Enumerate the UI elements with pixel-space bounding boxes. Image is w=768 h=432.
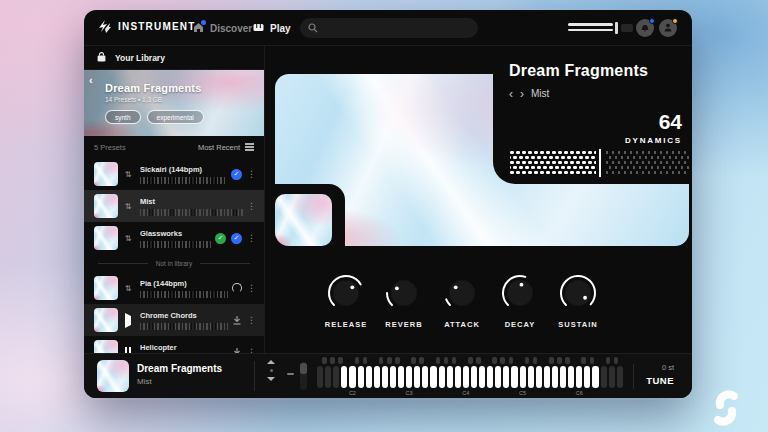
dynamics-slider-cursor[interactable] [599, 149, 601, 177]
piano-key[interactable] [568, 366, 574, 388]
tune-button[interactable]: TUNE [639, 375, 674, 386]
piano-key[interactable] [536, 366, 542, 388]
black-key[interactable] [581, 357, 586, 364]
piano-key[interactable] [487, 366, 493, 388]
black-key[interactable] [509, 357, 514, 364]
tag-synth[interactable]: synth [105, 110, 141, 124]
knob-dial[interactable] [498, 271, 542, 315]
black-key[interactable] [411, 357, 416, 364]
black-key[interactable] [525, 357, 530, 364]
knob-sustain[interactable]: SUSTAIN [556, 271, 600, 329]
preset-row[interactable]: ⇅Mist⋮ [84, 190, 264, 222]
preset-row[interactable]: ⇅Pia (144bpm)⋮ [84, 272, 264, 304]
search-input[interactable] [300, 18, 478, 38]
prev-preset-button[interactable]: ‹ [509, 89, 513, 99]
piano-key[interactable] [341, 366, 347, 388]
piano-key[interactable] [584, 366, 590, 388]
piano-key[interactable] [430, 366, 436, 388]
piano-key[interactable] [609, 366, 615, 388]
knob-dial[interactable] [556, 271, 600, 315]
pack-card[interactable]: ‹ Dream Fragments 14 Presets • 1.3 GB sy… [84, 70, 265, 136]
black-key[interactable] [419, 357, 424, 364]
piano-key[interactable] [398, 366, 404, 388]
black-key[interactable] [476, 357, 481, 364]
piano-key[interactable] [471, 366, 477, 388]
preset-row[interactable]: ⇅Sickairi (144bpm)✓⋮ [84, 158, 264, 190]
sort-control[interactable]: Most Recent [198, 142, 254, 153]
more-options-icon[interactable]: ⋮ [247, 202, 256, 211]
octave-up-button[interactable] [267, 360, 275, 364]
black-key[interactable] [533, 357, 538, 364]
piano-key[interactable] [592, 366, 598, 388]
black-key[interactable] [500, 357, 505, 364]
black-key[interactable] [549, 357, 554, 364]
piano-key[interactable] [406, 366, 412, 388]
profile-button[interactable] [659, 19, 677, 37]
piano-key[interactable] [576, 366, 582, 388]
piano-key[interactable] [479, 366, 485, 388]
notifications-button[interactable] [636, 19, 654, 37]
piano-key[interactable] [528, 366, 534, 388]
black-key[interactable] [436, 357, 441, 364]
knob-dial[interactable] [382, 271, 426, 315]
knob-reverb[interactable]: REVERB [382, 271, 426, 329]
piano-key[interactable] [325, 366, 331, 388]
next-preset-button[interactable]: › [520, 89, 524, 99]
black-key[interactable] [452, 357, 457, 364]
piano-key[interactable] [560, 366, 566, 388]
piano-key[interactable] [463, 366, 469, 388]
piano-key[interactable] [358, 366, 364, 388]
tab-discover[interactable]: Discover [193, 10, 252, 46]
piano-key[interactable] [617, 366, 623, 388]
octave-down-button[interactable] [267, 377, 275, 381]
mini-fader-handle[interactable] [300, 363, 307, 374]
black-key[interactable] [330, 357, 335, 364]
preset-row[interactable]: Chrome Chords⋮ [84, 304, 264, 336]
mini-fader[interactable] [300, 362, 307, 390]
more-options-icon[interactable]: ⋮ [247, 316, 256, 325]
black-key[interactable] [557, 357, 562, 364]
volume-slider-handle[interactable] [615, 22, 618, 34]
dynamics-slider[interactable] [510, 150, 690, 176]
piano-key[interactable] [495, 366, 501, 388]
black-key[interactable] [444, 357, 449, 364]
download-icon[interactable] [232, 311, 242, 329]
back-chevron-icon[interactable]: ‹ [89, 74, 93, 86]
knob-attack[interactable]: ATTACK [440, 271, 484, 329]
piano-key[interactable] [422, 366, 428, 388]
play-icon[interactable] [120, 316, 136, 325]
black-key[interactable] [468, 357, 473, 364]
master-volume-slider[interactable] [568, 23, 613, 34]
piano-key[interactable] [520, 366, 526, 388]
updown-icon[interactable]: ⇅ [120, 170, 136, 179]
preset-row[interactable]: ⇅Glassworks✓✓⋮ [84, 222, 264, 254]
more-options-icon[interactable]: ⋮ [247, 284, 256, 293]
piano-key[interactable] [503, 366, 509, 388]
piano-key[interactable] [552, 366, 558, 388]
piano-key[interactable] [601, 366, 607, 388]
piano-key[interactable] [414, 366, 420, 388]
black-key[interactable] [355, 357, 360, 364]
more-options-icon[interactable]: ⋮ [247, 234, 256, 243]
piano-key[interactable] [439, 366, 445, 388]
updown-icon[interactable]: ⇅ [120, 202, 136, 211]
knob-decay[interactable]: DECAY [498, 271, 542, 329]
black-key[interactable] [322, 357, 327, 364]
piano-key[interactable] [382, 366, 388, 388]
piano-key[interactable] [317, 366, 323, 388]
black-key[interactable] [338, 357, 343, 364]
black-key[interactable] [363, 357, 368, 364]
sidebar-item-your-library[interactable]: Your Library [84, 46, 264, 70]
piano-key[interactable] [447, 366, 453, 388]
black-key[interactable] [387, 357, 392, 364]
piano-key[interactable] [511, 366, 517, 388]
tag-experimental[interactable]: experimental [147, 110, 204, 124]
list-view-icon[interactable] [245, 142, 254, 153]
black-key[interactable] [565, 357, 570, 364]
piano-key[interactable] [333, 366, 339, 388]
piano-key[interactable] [455, 366, 461, 388]
updown-icon[interactable]: ⇅ [120, 284, 136, 293]
black-key[interactable] [379, 357, 384, 364]
knob-dial[interactable] [440, 271, 484, 315]
black-key[interactable] [614, 357, 619, 364]
